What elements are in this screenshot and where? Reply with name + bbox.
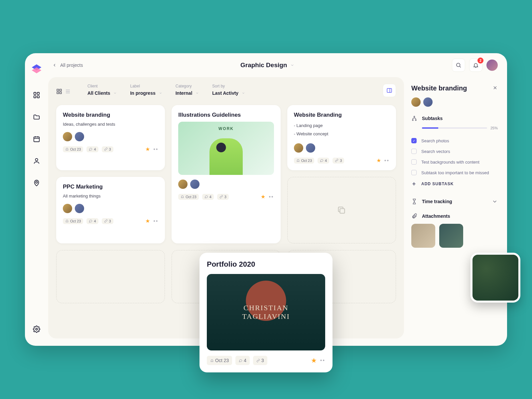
search-button[interactable]	[452, 59, 465, 72]
card-assignees	[178, 180, 274, 189]
subtask-label: Subtask too important to be missed	[421, 170, 489, 175]
filter-label[interactable]: Label In progress	[130, 84, 162, 96]
app-window: All projects Graphic Design 2	[25, 53, 507, 346]
svg-rect-3	[37, 92, 39, 94]
subtasks-label: Subtasks	[422, 116, 443, 121]
card-description: Ideas, challenges and tests	[63, 122, 158, 127]
card-title: Website Branding	[294, 112, 389, 118]
attachment-thumb[interactable]	[439, 224, 463, 248]
top-actions: 2	[452, 59, 498, 72]
link-icon	[104, 219, 108, 223]
user-avatar[interactable]	[486, 60, 498, 71]
nav-calendar[interactable]	[29, 132, 44, 146]
detail-panel: Website branding Subtasks 25% Search pho…	[404, 77, 507, 346]
star-icon[interactable]: ★	[145, 146, 150, 152]
nav-folder[interactable]	[29, 110, 44, 124]
nav-user[interactable]	[29, 154, 44, 168]
close-button[interactable]	[492, 85, 498, 92]
checkbox[interactable]	[411, 149, 417, 154]
svg-rect-2	[34, 92, 36, 94]
topbar: All projects Graphic Design 2	[48, 53, 507, 77]
filter-sort[interactable]: Sort by Last Activty	[212, 84, 245, 96]
star-icon[interactable]: ★	[376, 157, 381, 164]
chevron-down-icon	[492, 199, 498, 204]
card-bullets: - Landing page - Website concept	[294, 122, 389, 138]
back-link[interactable]: All projects	[52, 63, 83, 68]
dragging-card[interactable]: Portfolio 2020 CHRISTIAN TAGLIAVINI Oct …	[200, 253, 332, 372]
card-more[interactable]: ••	[153, 218, 158, 224]
card-more[interactable]: ••	[320, 357, 325, 363]
checkbox[interactable]	[411, 159, 417, 165]
card-date: Oct 23	[63, 146, 83, 152]
attachment-thumbs	[411, 224, 498, 248]
card-title: Illustrations Guidelines	[178, 112, 274, 118]
project-card[interactable]: Website Branding - Landing page - Websit…	[287, 105, 396, 170]
notification-badge: 2	[477, 58, 483, 64]
avatar	[63, 204, 72, 213]
checkbox[interactable]	[411, 170, 417, 175]
back-label: All projects	[60, 63, 83, 68]
svg-rect-14	[60, 92, 62, 94]
list-view-button[interactable]	[65, 88, 71, 96]
card-more[interactable]: ••	[153, 146, 158, 152]
svg-rect-6	[34, 137, 40, 142]
card-links: 3	[102, 146, 113, 152]
comment-icon	[204, 195, 208, 199]
svg-rect-16	[340, 209, 345, 213]
filter-category[interactable]: Category Internal	[176, 84, 199, 96]
svg-rect-15	[387, 88, 392, 92]
page-title-dropdown[interactable]: Graphic Design	[240, 62, 294, 69]
star-icon[interactable]: ★	[311, 356, 317, 364]
avatar	[63, 132, 72, 141]
svg-point-9	[36, 328, 38, 330]
comment-icon	[320, 159, 324, 162]
project-card[interactable]: Illustrations Guidelines WORK Oct 23 4 3…	[172, 105, 280, 243]
card-dropzone[interactable]	[287, 177, 396, 243]
subtask-row[interactable]: Search photos	[411, 135, 498, 146]
view-toggle	[56, 84, 71, 96]
filters-bar: Client All Clients Label In progress Cat…	[56, 84, 396, 97]
link-icon	[335, 159, 338, 162]
svg-rect-5	[37, 96, 39, 98]
attachment-preview-large[interactable]	[470, 253, 520, 303]
star-icon[interactable]: ★	[145, 218, 150, 224]
filter-label: Client	[87, 84, 117, 88]
subtasks-section: Subtasks 25% Search photosSearch vectors…	[411, 115, 498, 190]
hourglass-icon	[411, 199, 417, 204]
nav-location[interactable]	[29, 176, 44, 190]
close-icon	[492, 85, 498, 90]
svg-point-19	[415, 120, 416, 121]
subtask-label: Test backgrounds with content	[421, 160, 479, 165]
card-more[interactable]: ••	[269, 194, 274, 200]
checkbox[interactable]	[411, 138, 417, 143]
subtask-row[interactable]: Test backgrounds with content	[411, 157, 498, 167]
toggle-detail-panel[interactable]	[383, 84, 396, 97]
comment-icon	[89, 147, 92, 151]
avatar	[294, 143, 303, 153]
chevron-down-icon	[113, 91, 117, 95]
subtask-row[interactable]: Search vectors	[411, 146, 498, 157]
attachment-thumb[interactable]	[411, 224, 435, 248]
time-tracking-section[interactable]: Time tracking	[411, 199, 498, 204]
card-description: All marketing things	[63, 194, 158, 199]
notifications-button[interactable]: 2	[469, 59, 482, 72]
detail-title: Website branding	[411, 84, 467, 92]
chevron-left-icon	[52, 63, 57, 67]
grid-view-button[interactable]	[56, 88, 62, 96]
card-placeholder	[56, 250, 165, 303]
comment-icon	[239, 359, 242, 362]
filter-client[interactable]: Client All Clients	[87, 84, 117, 96]
nav-dashboard[interactable]	[29, 88, 44, 102]
sidebar	[25, 53, 48, 346]
subtask-row[interactable]: Subtask too important to be missed	[411, 167, 498, 178]
project-card[interactable]: PPC Marketing All marketing things Oct 2…	[56, 177, 165, 243]
nav-settings[interactable]	[29, 322, 44, 336]
copy-icon	[337, 205, 346, 215]
project-card[interactable]: Website branding Ideas, challenges and t…	[56, 105, 165, 170]
star-icon[interactable]: ★	[261, 194, 265, 200]
svg-rect-12	[60, 89, 62, 91]
add-subtask-button[interactable]: ADD SUBTASK	[411, 178, 498, 190]
bell-icon	[296, 159, 300, 162]
card-more[interactable]: ••	[384, 158, 389, 164]
progress-bar	[422, 127, 487, 129]
